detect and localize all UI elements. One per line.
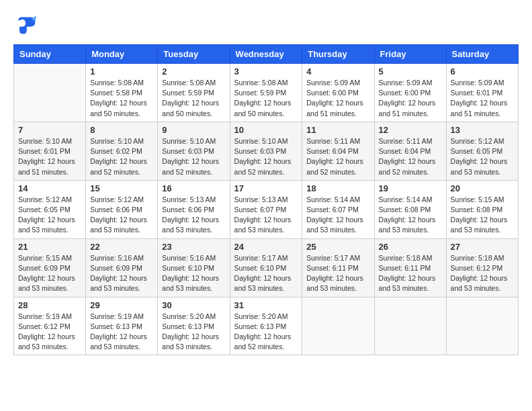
daylight-text: Daylight: 12 hours and 53 minutes. [234,216,292,234]
calendar-cell: 6Sunrise: 5:09 AMSunset: 6:01 PMDaylight… [446,64,518,122]
daylight-text: Daylight: 12 hours and 52 minutes. [306,157,363,175]
calendar-cell: 14Sunrise: 5:12 AMSunset: 6:05 PMDayligh… [14,180,86,238]
day-info: Sunrise: 5:18 AMSunset: 6:12 PMDaylight:… [451,253,514,294]
sunset-text: Sunset: 6:05 PM [18,205,71,214]
sunrise-text: Sunrise: 5:11 AM [379,137,433,145]
daylight-text: Daylight: 12 hours and 53 minutes. [451,157,508,175]
daylight-text: Daylight: 12 hours and 50 minutes. [162,99,219,117]
calendar-cell: 18Sunrise: 5:14 AMSunset: 6:07 PMDayligh… [302,180,374,238]
daylight-text: Daylight: 12 hours and 50 minutes. [234,99,292,117]
column-header-friday: Friday [374,45,446,64]
calendar-cell: 22Sunrise: 5:16 AMSunset: 6:09 PMDayligh… [86,238,158,297]
sunrise-text: Sunrise: 5:15 AM [451,195,504,203]
sunrise-text: Sunrise: 5:09 AM [306,79,360,87]
calendar-week-row: 21Sunrise: 5:15 AMSunset: 6:09 PMDayligh… [14,238,519,297]
sunrise-text: Sunrise: 5:19 AM [18,312,72,320]
sunset-text: Sunset: 6:01 PM [451,89,503,97]
sunrise-text: Sunrise: 5:13 AM [234,195,288,203]
daylight-text: Daylight: 12 hours and 53 minutes. [18,332,75,351]
day-number: 25 [306,242,369,252]
sunset-text: Sunset: 6:04 PM [306,147,359,155]
day-info: Sunrise: 5:10 AMSunset: 6:01 PMDaylight:… [18,136,81,177]
day-info: Sunrise: 5:09 AMSunset: 6:00 PMDaylight:… [379,78,442,119]
day-info: Sunrise: 5:08 AMSunset: 5:59 PMDaylight:… [162,78,225,119]
daylight-text: Daylight: 12 hours and 53 minutes. [451,274,508,292]
sunrise-text: Sunrise: 5:10 AM [90,137,144,145]
day-info: Sunrise: 5:13 AMSunset: 6:06 PMDaylight:… [162,195,225,236]
daylight-text: Daylight: 12 hours and 53 minutes. [90,274,147,292]
sunset-text: Sunset: 6:05 PM [451,147,503,155]
sunset-text: Sunset: 6:13 PM [162,322,214,330]
sunset-text: Sunset: 6:06 PM [162,205,214,214]
sunrise-text: Sunrise: 5:15 AM [18,254,72,262]
daylight-text: Daylight: 12 hours and 51 minutes. [306,99,363,117]
calendar-cell [446,297,518,355]
daylight-text: Daylight: 12 hours and 51 minutes. [379,99,436,117]
sunset-text: Sunset: 5:59 PM [162,89,214,97]
calendar-cell: 25Sunrise: 5:17 AMSunset: 6:11 PMDayligh… [302,238,374,297]
calendar-cell: 29Sunrise: 5:19 AMSunset: 6:13 PMDayligh… [86,297,158,355]
calendar-cell: 2Sunrise: 5:08 AMSunset: 5:59 PMDaylight… [158,64,230,122]
calendar-cell: 13Sunrise: 5:12 AMSunset: 6:05 PMDayligh… [446,122,518,180]
day-number: 4 [306,66,369,77]
day-info: Sunrise: 5:10 AMSunset: 6:02 PMDaylight:… [90,136,153,177]
day-number: 12 [379,125,442,135]
day-info: Sunrise: 5:16 AMSunset: 6:09 PMDaylight:… [90,253,153,294]
day-info: Sunrise: 5:09 AMSunset: 6:00 PMDaylight:… [306,78,369,119]
day-number: 29 [90,300,153,310]
daylight-text: Daylight: 12 hours and 52 minutes. [379,157,436,175]
daylight-text: Daylight: 12 hours and 52 minutes. [234,332,292,351]
column-header-tuesday: Tuesday [158,45,230,64]
daylight-text: Daylight: 12 hours and 53 minutes. [379,216,436,234]
sunrise-text: Sunrise: 5:11 AM [306,137,360,145]
sunrise-text: Sunrise: 5:10 AM [234,137,288,145]
calendar-cell: 24Sunrise: 5:17 AMSunset: 6:10 PMDayligh… [230,238,302,297]
daylight-text: Daylight: 12 hours and 53 minutes. [306,216,363,234]
sunset-text: Sunset: 6:08 PM [451,205,503,214]
day-number: 1 [90,66,153,77]
sunrise-text: Sunrise: 5:13 AM [162,195,216,203]
sunset-text: Sunset: 5:58 PM [90,89,142,97]
sunrise-text: Sunrise: 5:20 AM [234,312,288,320]
day-info: Sunrise: 5:08 AMSunset: 5:58 PMDaylight:… [90,78,153,119]
day-info: Sunrise: 5:20 AMSunset: 6:13 PMDaylight:… [234,312,298,353]
calendar-cell: 15Sunrise: 5:12 AMSunset: 6:06 PMDayligh… [86,180,158,238]
sunrise-text: Sunrise: 5:20 AM [162,312,216,320]
day-number: 28 [18,300,81,310]
sunset-text: Sunset: 6:06 PM [90,205,142,214]
calendar-cell: 11Sunrise: 5:11 AMSunset: 6:04 PMDayligh… [302,122,374,180]
day-info: Sunrise: 5:08 AMSunset: 5:59 PMDaylight:… [234,78,298,119]
day-info: Sunrise: 5:19 AMSunset: 6:12 PMDaylight:… [18,312,81,353]
column-header-monday: Monday [86,45,158,64]
sunset-text: Sunset: 6:11 PM [306,264,359,272]
sunrise-text: Sunrise: 5:18 AM [451,254,504,262]
day-number: 16 [162,183,225,193]
daylight-text: Daylight: 12 hours and 53 minutes. [306,274,363,292]
calendar-table: SundayMondayTuesdayWednesdayThursdayFrid… [13,44,519,355]
sunrise-text: Sunrise: 5:10 AM [18,137,72,145]
day-number: 18 [306,183,369,193]
sunset-text: Sunset: 6:13 PM [90,322,142,330]
sunset-text: Sunset: 6:01 PM [18,147,71,155]
daylight-text: Daylight: 12 hours and 53 minutes. [162,332,219,351]
calendar-cell: 31Sunrise: 5:20 AMSunset: 6:13 PMDayligh… [230,297,302,355]
sunset-text: Sunset: 5:59 PM [234,89,287,97]
calendar-cell: 26Sunrise: 5:18 AMSunset: 6:11 PMDayligh… [374,238,446,297]
daylight-text: Daylight: 12 hours and 53 minutes. [379,274,436,292]
day-number: 11 [306,125,369,135]
calendar-cell: 17Sunrise: 5:13 AMSunset: 6:07 PMDayligh… [230,180,302,238]
calendar-cell [374,297,446,355]
day-number: 30 [162,300,225,310]
daylight-text: Daylight: 12 hours and 53 minutes. [162,274,219,292]
calendar-cell: 1Sunrise: 5:08 AMSunset: 5:58 PMDaylight… [86,64,158,122]
daylight-text: Daylight: 12 hours and 51 minutes. [18,157,75,175]
calendar-cell: 19Sunrise: 5:14 AMSunset: 6:08 PMDayligh… [374,180,446,238]
day-number: 13 [451,125,514,135]
day-number: 21 [18,242,81,252]
column-header-thursday: Thursday [302,45,374,64]
day-info: Sunrise: 5:14 AMSunset: 6:08 PMDaylight:… [379,195,442,236]
day-number: 17 [234,183,298,193]
daylight-text: Daylight: 12 hours and 52 minutes. [162,157,219,175]
calendar-cell: 9Sunrise: 5:10 AMSunset: 6:03 PMDaylight… [158,122,230,180]
day-info: Sunrise: 5:09 AMSunset: 6:01 PMDaylight:… [451,78,514,119]
